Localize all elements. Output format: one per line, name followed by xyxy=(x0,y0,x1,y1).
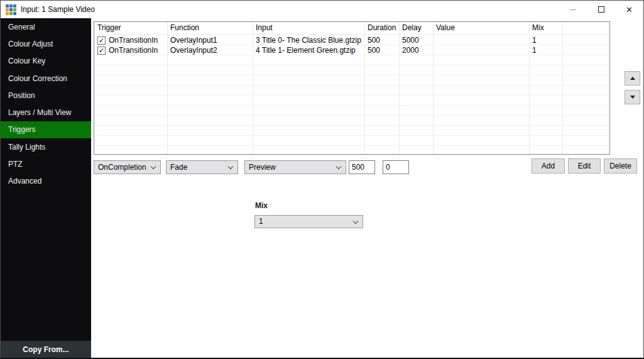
chevron-down-icon xyxy=(228,164,233,169)
function-cell: OverlayInput1 xyxy=(167,35,253,45)
maximize-icon xyxy=(598,6,604,13)
column-divider xyxy=(562,22,563,154)
column-header-trigger[interactable]: Trigger xyxy=(94,22,167,34)
trigger-cell: OnTransitionIn xyxy=(109,36,158,45)
sidebar-item-colour-adjust[interactable]: Colour Adjust xyxy=(1,35,91,52)
column-header-mix[interactable]: Mix xyxy=(529,22,562,34)
triggers-table[interactable]: Trigger Function Input Duration Delay Va… xyxy=(94,21,610,155)
edit-button[interactable]: Edit xyxy=(568,158,601,174)
function-value: Fade xyxy=(170,163,187,172)
column-divider xyxy=(167,22,168,154)
table-header-row: Trigger Function Input Duration Delay Va… xyxy=(94,22,609,35)
function-dropdown[interactable]: Fade xyxy=(166,160,238,174)
arrow-down-icon xyxy=(630,96,635,99)
delay-cell: 5000 xyxy=(399,35,433,45)
column-header-delay[interactable]: Delay xyxy=(399,22,433,34)
sidebar-item-colour-key[interactable]: Colour Key xyxy=(1,53,91,70)
copy-from-button[interactable]: Copy From... xyxy=(1,341,91,358)
value-cell xyxy=(433,35,529,45)
blank-cell xyxy=(562,35,609,45)
column-divider xyxy=(529,22,530,154)
mix-dropdown[interactable]: 1 xyxy=(254,215,363,228)
trigger-type-dropdown[interactable]: OnCompletion xyxy=(94,160,161,174)
column-header-function[interactable]: Function xyxy=(167,22,253,34)
titlebar: Input: 1 Sample Video ✕ xyxy=(1,1,643,18)
column-header-blank xyxy=(562,22,609,34)
column-divider xyxy=(433,22,434,154)
triggers-panel: Trigger Function Input Duration Delay Va… xyxy=(91,18,643,358)
mix-value: 1 xyxy=(259,217,263,226)
input-dropdown[interactable]: Preview xyxy=(244,160,346,174)
window-title: Input: 1 Sample Video xyxy=(21,5,559,14)
sidebar: General Colour Adjust Colour Key Colour … xyxy=(1,18,91,358)
mix-label: Mix xyxy=(255,201,268,210)
column-header-duration[interactable]: Duration xyxy=(364,22,399,34)
delete-button[interactable]: Delete xyxy=(604,158,637,174)
column-divider xyxy=(364,22,365,154)
trigger-cell: OnTransitionIn xyxy=(109,46,158,55)
input-value: Preview xyxy=(249,163,276,172)
column-header-value[interactable]: Value xyxy=(433,22,529,34)
trigger-enabled-checkbox[interactable]: ✓ xyxy=(97,47,106,55)
function-cell: OverlayInput2 xyxy=(167,45,253,55)
sidebar-item-layers-multi-view[interactable]: Layers / Multi View xyxy=(1,104,91,121)
close-icon: ✕ xyxy=(626,6,633,14)
minimize-button xyxy=(559,1,587,18)
mix-cell: 1 xyxy=(529,35,562,45)
triggers-table-inner: Trigger Function Input Duration Delay Va… xyxy=(94,22,609,154)
table-row[interactable]: ✓OnTransitionIn OverlayInput1 3 Title 0-… xyxy=(94,35,609,45)
chevron-down-icon xyxy=(151,164,156,169)
chevron-down-icon xyxy=(336,164,341,169)
column-divider xyxy=(253,22,253,154)
vmix-logo-icon xyxy=(6,4,16,15)
sidebar-item-position[interactable]: Position xyxy=(1,87,91,104)
delay-input[interactable] xyxy=(383,160,409,174)
trigger-enabled-checkbox[interactable]: ✓ xyxy=(97,36,106,45)
duration-cell: 500 xyxy=(364,35,399,45)
table-rows-area: ✓OnTransitionIn OverlayInput1 3 Title 0-… xyxy=(94,35,609,154)
chevron-down-icon xyxy=(353,219,358,224)
minimize-icon xyxy=(570,9,576,10)
arrow-up-icon xyxy=(630,77,635,80)
sidebar-item-advanced[interactable]: Advanced xyxy=(1,173,91,190)
move-down-button[interactable] xyxy=(625,90,640,104)
sidebar-item-triggers[interactable]: Triggers xyxy=(1,121,91,138)
delay-cell xyxy=(433,45,529,55)
blank-cell xyxy=(562,45,609,55)
move-up-button[interactable] xyxy=(625,71,640,86)
duration-cell: 500 xyxy=(364,45,399,55)
input-cell: 4 Title 1- Element Green.gtzip xyxy=(253,45,364,55)
sidebar-item-ptz[interactable]: PTZ xyxy=(1,155,91,172)
mix-cell: 1 xyxy=(529,45,562,55)
input-settings-window: Input: 1 Sample Video ✕ General Colour A… xyxy=(0,0,644,359)
window-body: General Colour Adjust Colour Key Colour … xyxy=(1,18,643,358)
close-button[interactable]: ✕ xyxy=(615,1,643,18)
duration-input[interactable] xyxy=(349,160,375,174)
sidebar-item-tally-lights[interactable]: Tally Lights xyxy=(1,138,91,155)
trigger-type-value: OnCompletion xyxy=(98,163,146,172)
sidebar-item-general[interactable]: General xyxy=(1,18,91,35)
input-cell: 3 Title 0- The Classic Blue.gtzip xyxy=(253,35,364,45)
maximize-button[interactable] xyxy=(587,1,615,18)
column-divider xyxy=(399,22,400,154)
sidebar-item-colour-correction[interactable]: Colour Correction xyxy=(1,70,91,87)
table-row[interactable]: ✓OnTransitionIn OverlayInput2 4 Title 1-… xyxy=(94,45,609,55)
delay-cell: 2000 xyxy=(399,45,433,55)
column-header-input[interactable]: Input xyxy=(253,22,364,34)
add-button[interactable]: Add xyxy=(532,158,565,174)
